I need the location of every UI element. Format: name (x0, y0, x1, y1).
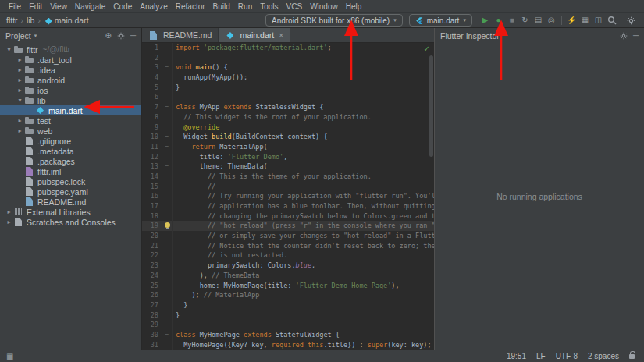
status-encoding[interactable]: UTF-8 (556, 352, 578, 360)
code-line-10[interactable]: 10− Widget build(BuildContext context) { (142, 132, 434, 142)
menu-view[interactable]: View (46, 2, 71, 11)
menu-analyze[interactable]: Analyze (136, 2, 172, 11)
code-line-29[interactable]: 29 (142, 320, 434, 330)
fold-marker[interactable]: − (162, 330, 173, 340)
tree-item-.packages[interactable]: .packages (0, 156, 141, 166)
editor-body[interactable]: 1import 'package:flutter/material.dart';… (142, 43, 434, 350)
menu-window[interactable]: Window (306, 2, 342, 11)
tree-item-Scratches and Consoles[interactable]: ▸Scratches and Consoles (0, 217, 141, 227)
fold-marker[interactable]: − (162, 142, 173, 152)
tree-item-flttr.iml[interactable]: flttr.iml (0, 166, 141, 176)
code-line-13[interactable]: 13− theme: ThemeData( (142, 161, 434, 172)
status-line-ending[interactable]: LF (536, 352, 546, 360)
readonly-lock-icon[interactable] (629, 354, 635, 359)
tree-item-.dart_tool[interactable]: ▸.dart_tool (0, 55, 141, 65)
tree-chevron-icon[interactable]: ▸ (16, 127, 24, 134)
tree-item-.idea[interactable]: ▸.idea (0, 65, 141, 75)
code-line-6[interactable]: 6 (142, 92, 434, 102)
tree-chevron-icon[interactable]: ▸ (16, 76, 24, 83)
intention-bulb-icon[interactable] (165, 222, 170, 228)
fold-marker[interactable]: − (162, 102, 173, 112)
breadcrumb-flttr[interactable]: flttr (6, 16, 18, 25)
restart-button[interactable]: ↻ (518, 13, 532, 27)
tree-chevron-icon[interactable]: ▸ (5, 218, 13, 225)
code-line-17[interactable]: 17 // application has a blue toolbar. Th… (142, 201, 434, 211)
menu-file[interactable]: File (5, 2, 25, 11)
code-line-9[interactable]: 9 @override (142, 122, 434, 133)
menu-code[interactable]: Code (109, 2, 136, 11)
device-preview-button[interactable]: ▦ (578, 13, 592, 27)
tree-item-pubspec.lock[interactable]: pubspec.lock (0, 176, 141, 186)
tree-item-web[interactable]: ▸web (0, 126, 141, 136)
code-line-7[interactable]: 7−class MyApp extends StatelessWidget { (142, 102, 434, 112)
hide-panel-icon[interactable]: ─ (633, 31, 639, 40)
toolwindow-toggle-icon[interactable]: ▦ (6, 352, 13, 360)
code-line-14[interactable]: 14 // This is the theme of your applicat… (142, 172, 434, 182)
device-selector-dropdown[interactable]: Android SDK built for x86 (mobile) ▾ (265, 14, 403, 27)
tree-item-test[interactable]: ▸test (0, 115, 141, 126)
hot-reload-button[interactable]: ⚡ (565, 13, 578, 27)
fold-marker[interactable]: − (162, 62, 173, 73)
stop-button[interactable]: ■ (505, 13, 518, 27)
code-line-12[interactable]: 12 title: 'Flutter Demo', (142, 152, 434, 162)
tree-chevron-icon[interactable]: ▸ (16, 66, 24, 73)
panel-settings-gear-icon[interactable] (117, 32, 125, 40)
hide-panel-icon[interactable]: ─ (130, 31, 136, 40)
profiler-button[interactable]: ▤ (532, 13, 545, 27)
tab-README.md[interactable]: README.md (142, 28, 219, 42)
code-line-18[interactable]: 18 // changing the primarySwatch below t… (142, 211, 434, 222)
tree-item-.gitignore[interactable]: .gitignore (0, 136, 141, 146)
code-line-26[interactable]: 26 ); // MaterialApp (142, 290, 434, 300)
code-line-28[interactable]: 28} (142, 311, 434, 321)
fold-marker[interactable]: − (162, 161, 173, 172)
status-caret-position[interactable]: 19:51 (507, 352, 526, 360)
tree-item-.metadata[interactable]: .metadata (0, 146, 141, 156)
attach-debugger-button[interactable]: ● (492, 13, 505, 27)
code-line-23[interactable]: 23 primarySwatch: Colors.blue, (142, 261, 434, 271)
tree-chevron-icon[interactable]: ▸ (5, 208, 13, 215)
tree-chevron-icon[interactable]: ▸ (16, 117, 24, 124)
code-line-4[interactable]: 4 runApp(MyApp()); (142, 73, 434, 83)
menu-run[interactable]: Run (234, 2, 256, 11)
code-line-2[interactable]: 2 (142, 53, 434, 63)
breadcrumb-main.dart[interactable]: main.dart (55, 16, 89, 25)
tree-item-External Libraries[interactable]: ▸External Libraries (0, 207, 141, 217)
inspector-settings-gear-icon[interactable] (620, 32, 628, 40)
code-line-16[interactable]: 16 // Try running your application with … (142, 191, 434, 201)
tree-item-android[interactable]: ▸android (0, 75, 141, 85)
status-indent[interactable]: 2 spaces (588, 352, 619, 360)
code-line-5[interactable]: 5} (142, 83, 434, 93)
search-everywhere-icon[interactable] (605, 16, 618, 25)
code-line-22[interactable]: 22 // is not restarted. (142, 250, 434, 261)
code-line-24[interactable]: 24 ), // ThemeData (142, 271, 434, 281)
code-line-8[interactable]: 8 // This widget is the root of your app… (142, 112, 434, 122)
code-line-1[interactable]: 1import 'package:flutter/material.dart'; (142, 43, 434, 53)
code-line-21[interactable]: 21 // Notice that the counter didn't res… (142, 241, 434, 251)
code-line-15[interactable]: 15 // (142, 182, 434, 192)
close-tab-icon[interactable]: × (279, 31, 283, 40)
locate-file-icon[interactable]: ⊕ (105, 31, 112, 40)
menu-refactor[interactable]: Refactor (172, 2, 209, 11)
tree-item-README.md[interactable]: README.md (0, 197, 141, 207)
run-config-dropdown[interactable]: main.dart ▾ (409, 14, 472, 27)
menu-edit[interactable]: Edit (25, 2, 46, 11)
menu-build[interactable]: Build (209, 2, 234, 11)
tree-item-main.dart[interactable]: main.dart (0, 105, 141, 115)
tree-chevron-icon[interactable]: ▾ (5, 46, 13, 53)
fold-marker[interactable]: − (162, 132, 173, 142)
editor-scrollbar[interactable] (428, 54, 434, 350)
code-line-11[interactable]: 11− return MaterialApp( (142, 142, 434, 152)
code-line-3[interactable]: 3−void main() { (142, 62, 434, 73)
code-line-27[interactable]: 27 } (142, 300, 434, 311)
project-panel-title[interactable]: Project (5, 31, 31, 41)
tree-item-lib[interactable]: ▾lib (0, 95, 141, 105)
code-line-30[interactable]: 30−class MyHomePage extends StatefulWidg… (142, 330, 434, 340)
code-line-19[interactable]: 19 // "hot reload" (press "r" in the con… (142, 221, 434, 231)
run-button[interactable]: ▶ (479, 13, 492, 27)
chevron-down-icon[interactable]: ▾ (34, 33, 37, 39)
menu-navigate[interactable]: Navigate (71, 2, 109, 11)
coverage-button[interactable]: ◎ (545, 13, 558, 27)
tree-chevron-icon[interactable]: ▸ (16, 56, 24, 63)
code-line-31[interactable]: 31 MyHomePage({Key? key, required this.t… (142, 340, 434, 350)
tree-item-flttr[interactable]: ▾flttr~/@/flttr (0, 44, 141, 55)
